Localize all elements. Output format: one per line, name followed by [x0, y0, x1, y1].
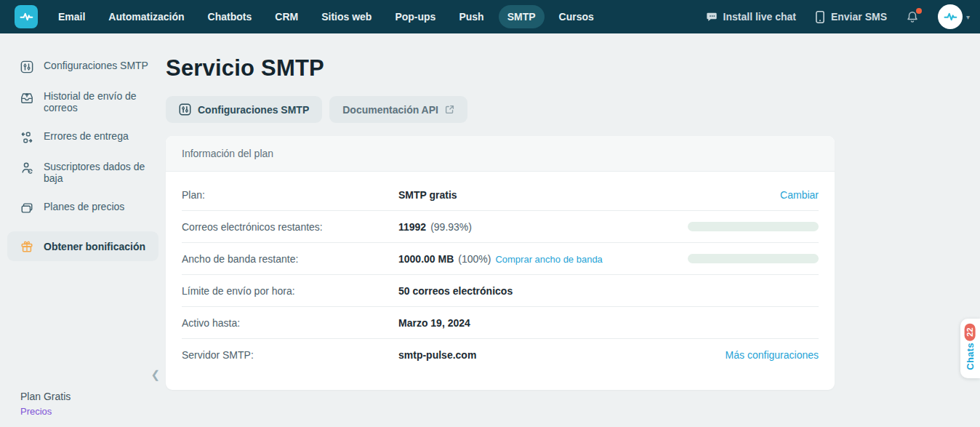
chats-unread-badge: 22 — [965, 324, 976, 341]
emails-remaining-row: Correos electrónicos restantes: 11992 (9… — [182, 211, 819, 243]
chat-bubble-icon — [706, 11, 718, 23]
nav-item-sitios-web[interactable]: Sitios web — [313, 5, 380, 28]
active-until-value: Marzo 19, 2024 — [398, 317, 470, 329]
delivery-errors-icon — [20, 131, 33, 144]
sidebar-item-label: Configuraciones SMTP — [44, 60, 148, 71]
notification-dot — [916, 8, 922, 14]
bandwidth-progress-bar — [688, 254, 819, 263]
tab-label: Documentación API — [342, 104, 438, 116]
plan-value: SMTP gratis — [398, 189, 457, 201]
nav-item-cursos[interactable]: Cursos — [550, 5, 603, 28]
chats-label: Chats — [965, 343, 976, 370]
plan-info-card: Información del plan Plan: SMTP gratis C… — [166, 136, 835, 390]
sidebar-collapse-button[interactable]: ❮ — [150, 368, 160, 381]
pricing-link[interactable]: Precios — [20, 406, 71, 417]
hourly-limit-value: 50 correos electrónicos — [398, 285, 513, 297]
top-navbar: Email Automatización Chatbots CRM Sitios… — [0, 0, 980, 33]
main-content: Servicio SMTP Configuraciones SMTP Docum… — [166, 33, 980, 427]
sidebar-item-configuraciones-smtp[interactable]: Configuraciones SMTP — [7, 60, 158, 73]
account-menu[interactable]: ▾ — [938, 4, 970, 29]
sidebar-item-label: Errores de entrega — [44, 130, 129, 142]
bandwidth-remaining-row: Ancho de banda restante: 1000.00 MB (100… — [182, 243, 819, 275]
chevron-down-icon: ▾ — [966, 13, 970, 21]
tab-label: Configuraciones SMTP — [198, 104, 309, 116]
install-live-chat-button[interactable]: Install live chat — [706, 11, 796, 23]
nav-item-push[interactable]: Push — [450, 5, 492, 28]
nav-item-automatizacion[interactable]: Automatización — [100, 5, 193, 28]
change-plan-link[interactable]: Cambiar — [780, 189, 819, 201]
card-title: Información del plan — [166, 136, 835, 172]
row-label: Servidor SMTP: — [182, 349, 398, 361]
smtp-server-value: smtp-pulse.com — [398, 349, 476, 361]
row-label: Plan: — [182, 189, 398, 201]
row-label: Activo hasta: — [182, 317, 398, 329]
plan-footer: Plan Gratis Precios — [20, 391, 71, 417]
unsubscribed-user-icon — [20, 161, 33, 175]
page-title: Servicio SMTP — [166, 55, 980, 81]
emails-progress-bar — [688, 222, 819, 231]
smtp-server-row: Servidor SMTP: smtp-pulse.com Más config… — [182, 339, 819, 371]
install-live-chat-label: Install live chat — [723, 11, 796, 23]
sliders-icon — [20, 60, 33, 73]
emails-remaining-percent: (99.93%) — [430, 221, 472, 233]
plan-row: Plan: SMTP gratis Cambiar — [182, 179, 819, 211]
bandwidth-remaining-value: 1000.00 MB — [398, 253, 454, 265]
active-until-row: Activo hasta: Marzo 19, 2024 — [182, 307, 819, 339]
sidebar-item-planes-precios[interactable]: Planes de precios — [7, 201, 158, 215]
pricing-cards-icon — [20, 201, 33, 215]
sidebar-item-historial-envio[interactable]: Historial de envío de correos — [7, 90, 158, 113]
row-label: Correos electrónicos restantes: — [182, 221, 398, 233]
sidebar-item-suscriptores-baja[interactable]: Suscriptores dados de baja — [7, 161, 158, 184]
hourly-limit-row: Límite de envío por hora: 50 correos ele… — [182, 275, 819, 307]
gift-icon — [20, 240, 33, 253]
row-label: Ancho de banda restante: — [182, 253, 398, 265]
emails-remaining-value: 11992 — [398, 221, 426, 233]
enviar-sms-label: Enviar SMS — [831, 11, 887, 23]
enviar-sms-button[interactable]: Enviar SMS — [815, 11, 887, 23]
phone-icon — [815, 11, 825, 23]
sliders-icon — [179, 103, 191, 116]
chats-widget-tab[interactable]: 22 Chats — [960, 319, 980, 378]
tab-configuraciones-smtp[interactable]: Configuraciones SMTP — [166, 96, 322, 123]
sidebar-item-label: Suscriptores dados de baja — [44, 161, 158, 184]
pulse-icon — [943, 9, 957, 24]
sidebar-item-label: Obtener bonificación — [44, 241, 145, 252]
sidebar-item-obtener-bonificacion[interactable]: Obtener bonificación — [7, 231, 158, 261]
section-tabs: Configuraciones SMTP Documentación API — [166, 96, 980, 123]
row-label: Límite de envío por hora: — [182, 285, 398, 297]
tab-documentacion-api[interactable]: Documentación API — [329, 96, 467, 123]
nav-item-popups[interactable]: Pop-ups — [386, 5, 444, 28]
sidebar-item-errores-entrega[interactable]: Errores de entrega — [7, 130, 158, 144]
bandwidth-remaining-percent: (100%) — [458, 253, 491, 265]
pulse-icon — [19, 9, 33, 24]
buy-bandwidth-link[interactable]: Comprar ancho de banda — [495, 254, 602, 265]
current-plan-label: Plan Gratis — [20, 391, 71, 402]
notifications-button[interactable] — [906, 10, 919, 24]
nav-item-crm[interactable]: CRM — [266, 5, 307, 28]
smtp-sidebar: Configuraciones SMTP Historial de envío … — [0, 33, 166, 427]
nav-item-smtp[interactable]: SMTP — [499, 5, 545, 28]
external-link-icon — [445, 105, 454, 114]
send-history-icon — [20, 91, 33, 104]
sidebar-item-label: Historial de envío de correos — [44, 90, 158, 113]
nav-item-email[interactable]: Email — [49, 5, 94, 28]
sidebar-item-label: Planes de precios — [44, 201, 124, 212]
nav-item-chatbots[interactable]: Chatbots — [199, 5, 261, 28]
main-nav: Email Automatización Chatbots CRM Sitios… — [49, 5, 603, 28]
navbar-actions: Install live chat Enviar SMS ▾ — [706, 4, 970, 29]
avatar — [938, 4, 963, 29]
sendpulse-logo[interactable] — [15, 5, 38, 28]
more-settings-link[interactable]: Más configuraciones — [726, 349, 819, 361]
